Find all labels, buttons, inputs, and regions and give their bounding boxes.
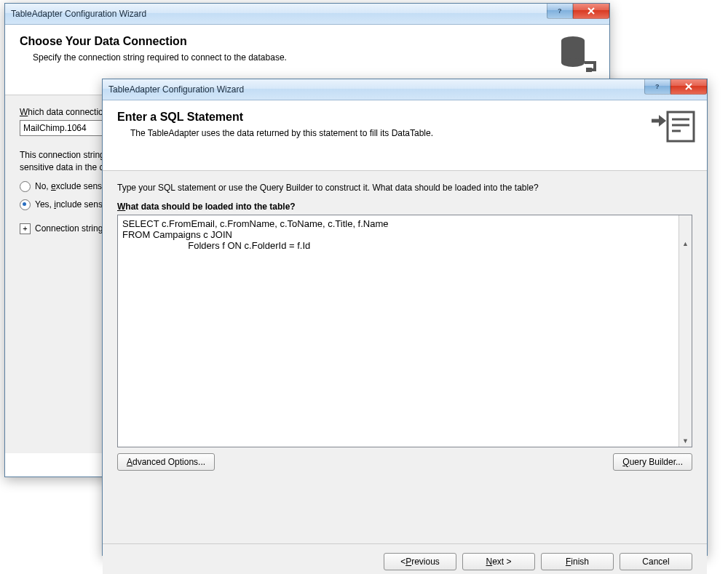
svg-rect-6 [668, 112, 694, 141]
next-button[interactable]: Next > [462, 553, 535, 570]
advanced-options-button[interactable]: Advanced Options... [117, 453, 215, 471]
svg-rect-4 [586, 68, 592, 72]
svg-point-3 [561, 58, 585, 67]
front-content: Type your SQL statement or use the Query… [103, 171, 707, 543]
finish-button[interactable]: Finish [541, 553, 614, 570]
front-subheading: The TableAdapter uses the data returned … [117, 128, 692, 138]
help-icon: ? [555, 7, 564, 15]
front-heading: Enter a SQL Statement [117, 111, 692, 124]
question-label: What data should be loaded into the tabl… [117, 202, 692, 212]
close-icon [587, 7, 596, 15]
help-icon: ? [653, 82, 662, 91]
close-button[interactable] [670, 79, 707, 95]
front-wizard-window: TableAdapter Configuration Wizard ? Ente… [102, 79, 708, 556]
help-button[interactable]: ? [547, 4, 573, 19]
help-button[interactable]: ? [644, 79, 670, 95]
scroll-down-icon[interactable]: ▼ [679, 434, 692, 447]
front-header: Enter a SQL Statement The TableAdapter u… [103, 100, 707, 171]
back-subheading: Specify the connection string required t… [20, 52, 595, 63]
sql-text: SELECT c.FromEmail, c.FromName, c.ToName… [122, 218, 389, 251]
radio-yes[interactable] [20, 199, 31, 210]
expand-icon[interactable]: + [20, 223, 31, 234]
scroll-up-icon[interactable]: ▲ [679, 237, 692, 250]
instruction-text: Type your SQL statement or use the Query… [117, 183, 692, 193]
radio-no[interactable] [20, 181, 31, 192]
svg-text:?: ? [558, 7, 562, 15]
sql-textarea[interactable]: SELECT c.FromEmail, c.FromName, c.ToName… [117, 215, 692, 447]
sql-icon [650, 108, 697, 148]
close-icon [684, 82, 693, 91]
previous-button[interactable]: < Previous [384, 553, 456, 570]
back-heading: Choose Your Data Connection [20, 35, 595, 48]
back-titlebar[interactable]: TableAdapter Configuration Wizard ? [5, 4, 609, 25]
close-button[interactable] [573, 4, 609, 19]
database-icon [553, 32, 599, 81]
query-builder-button[interactable]: Query Builder... [613, 453, 692, 471]
svg-text:?: ? [655, 83, 660, 90]
front-title-text: TableAdapter Configuration Wizard [108, 84, 244, 95]
front-titlebar[interactable]: TableAdapter Configuration Wizard ? [103, 79, 707, 100]
scrollbar[interactable]: ▲ ▼ [678, 215, 692, 447]
front-footer: < Previous Next > Finish Cancel [103, 543, 707, 574]
back-title-text: TableAdapter Configuration Wizard [11, 9, 146, 19]
cancel-button[interactable]: Cancel [620, 553, 692, 570]
